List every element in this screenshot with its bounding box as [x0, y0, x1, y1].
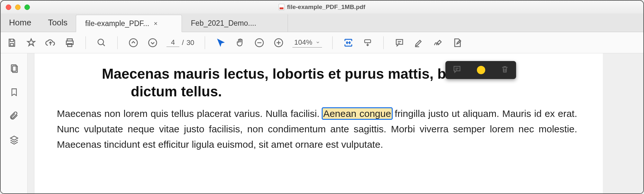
maximize-window[interactable] — [24, 4, 30, 10]
minimize-window[interactable] — [15, 4, 21, 10]
heading-line2: dictum tellus. — [102, 83, 577, 100]
layers-icon[interactable] — [9, 134, 20, 145]
save-icon[interactable] — [6, 37, 17, 48]
separator — [205, 36, 205, 49]
svg-point-4 — [98, 39, 104, 45]
close-window[interactable] — [6, 4, 11, 10]
current-page[interactable]: 4 — [166, 38, 179, 47]
fit-width-icon[interactable] — [343, 37, 354, 48]
edit-pdf-icon[interactable] — [452, 37, 463, 48]
zoom-select[interactable]: 104% — [292, 38, 322, 48]
scroll-mode-icon[interactable] — [362, 37, 373, 48]
separator — [85, 36, 86, 49]
highlight-context-menu — [445, 61, 516, 79]
pdf-page: Maecenas mauris lectus, lobortis et puru… — [34, 53, 603, 193]
window-title: file-example_PDF_1MB.pdf — [279, 4, 365, 11]
window-controls — [6, 4, 30, 10]
window-title-text: file-example_PDF_1MB.pdf — [287, 4, 365, 11]
thumbnails-icon[interactable] — [9, 63, 20, 74]
document-tab[interactable]: Feb_2021_Demo.... — [182, 14, 288, 32]
cloud-upload-icon[interactable] — [45, 37, 56, 48]
heading-line1: Maecenas mauris lectus, lobortis et puru… — [102, 66, 484, 82]
document-tab-label: Feb_2021_Demo.... — [191, 19, 256, 28]
print-icon[interactable] — [64, 37, 75, 48]
page-down-icon[interactable] — [147, 37, 158, 48]
para-before: Maecenas non lorem quis tellus placerat … — [57, 108, 323, 119]
add-note-icon[interactable] — [452, 65, 461, 75]
page-number-input[interactable]: 4 / 30 — [166, 38, 194, 47]
highlight-color-yellow[interactable] — [477, 66, 485, 74]
titlebar: file-example_PDF_1MB.pdf — [1, 1, 643, 13]
chevron-down-icon — [316, 40, 320, 45]
total-pages: 30 — [186, 39, 194, 47]
toolbar: 4 / 30 104% — [1, 32, 643, 53]
page-separator: / — [182, 39, 184, 47]
zoom-value: 104% — [294, 38, 312, 47]
signature-icon[interactable] — [433, 37, 443, 48]
document-tab-label: file-example_PDF... — [85, 19, 149, 28]
document-tab-active[interactable]: file-example_PDF... × — [76, 15, 182, 32]
svg-rect-9 — [365, 40, 371, 42]
bookmark-icon[interactable] — [9, 87, 20, 98]
hand-tool-icon[interactable] — [235, 37, 246, 48]
left-sidebar — [1, 53, 28, 193]
select-tool-icon[interactable] — [215, 37, 226, 48]
tab-bar: Home Tools file-example_PDF... × Feb_202… — [1, 13, 643, 32]
body-paragraph: Maecenas non lorem quis tellus placerat … — [57, 106, 577, 152]
zoom-out-icon[interactable] — [254, 37, 265, 48]
page-viewport[interactable]: Maecenas mauris lectus, lobortis et puru… — [28, 53, 643, 193]
page-up-icon[interactable] — [128, 37, 139, 48]
svg-point-5 — [130, 39, 138, 47]
comment-icon[interactable] — [394, 37, 405, 48]
pdf-file-icon — [279, 4, 284, 10]
search-icon[interactable] — [96, 37, 107, 48]
attachment-icon[interactable] — [9, 110, 20, 121]
svg-rect-0 — [10, 43, 13, 46]
zoom-in-icon[interactable] — [273, 37, 284, 48]
separator — [383, 36, 384, 49]
tab-home[interactable]: Home — [1, 13, 40, 32]
separator — [332, 36, 333, 49]
content-area: Maecenas mauris lectus, lobortis et puru… — [1, 53, 643, 193]
star-icon[interactable] — [26, 37, 37, 48]
separator — [117, 36, 118, 49]
tab-tools[interactable]: Tools — [40, 13, 76, 32]
svg-point-6 — [149, 39, 157, 47]
delete-highlight-icon[interactable] — [501, 65, 509, 75]
highlight-pen-icon[interactable] — [413, 37, 424, 48]
close-tab-icon[interactable]: × — [154, 20, 157, 27]
highlighted-text[interactable]: Aenean congue — [323, 108, 392, 119]
